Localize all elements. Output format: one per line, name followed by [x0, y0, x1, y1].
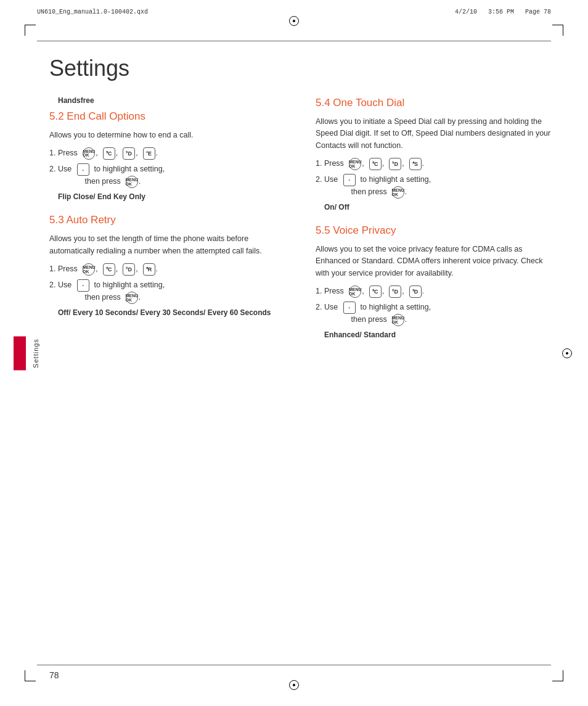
section-5-3-step2: 2. Use · to highlight a setting, then pr… — [49, 279, 285, 304]
corner-mark-bl — [25, 670, 36, 681]
key-5d-icon-5: ⁵D — [409, 285, 422, 298]
key-9c-icon-2: ⁹C — [103, 263, 115, 276]
header-datetime: 4/2/10 3:56 PM Page 78 — [455, 9, 551, 15]
rule-bottom — [37, 665, 551, 665]
right-column: 5.4 One Touch Dial Allows you to initiat… — [316, 96, 551, 657]
section-5-5-title: 5.5 Voice Privacy — [316, 224, 551, 237]
step-number: 1. Press — [49, 147, 80, 159]
ok-icon-3: MENUOK — [392, 186, 404, 199]
step-number: 2. Use — [316, 174, 340, 186]
section-5-2: 5.2 End Call Options Allows you to deter… — [49, 110, 285, 202]
step-text-2: · to highlight a setting, then press MEN… — [76, 279, 285, 304]
step-text-2: · to highlight a setting, then press MEN… — [76, 163, 285, 188]
header-filename: UN610_Eng_manual1.0-100402.qxd — [37, 9, 148, 15]
section-5-3: 5.3 Auto Retry Allows you to set the len… — [49, 213, 285, 318]
nav-icon-4: · — [343, 302, 356, 314]
section-5-4-title: 5.4 One Touch Dial — [316, 96, 551, 110]
section-5-3-step1: 1. Press MENUOK, ⁹C, ⁵D, ⁸R. — [49, 263, 285, 276]
rule-top — [37, 41, 551, 41]
reg-circle-right — [562, 348, 572, 358]
reg-circle-bottom — [289, 680, 299, 690]
section-5-4-step1: 1. Press MENUOK, ⁹C, ⁵D, ⁴S. — [316, 158, 551, 170]
step-buttons: MENUOK, ⁹C, ⁵D, ²E. — [82, 147, 285, 160]
step-text-2: · to highlight a setting, then press MEN… — [343, 302, 551, 326]
key-5d-icon-2: ⁵D — [123, 263, 135, 276]
ok-icon-2: MENUOK — [126, 292, 138, 304]
section-5-4-body: Allows you to initiate a Speed Dial call… — [316, 116, 551, 152]
nav-icon: · — [77, 163, 89, 176]
step-buttons: MENUOK, ⁹C, ⁵D, ⁴S. — [348, 158, 551, 170]
section-5-2-step2: 2. Use · to highlight a setting, then pr… — [49, 163, 285, 188]
step-number: 2. Use — [316, 302, 340, 313]
key-9c-icon: ⁹C — [103, 147, 115, 160]
step-text-2: · to highlight a setting, then press MEN… — [343, 174, 551, 199]
menu-ok-icon-3: MENUOK — [349, 158, 361, 170]
key-5d-icon-4: ⁵D — [389, 285, 401, 298]
menu-ok-icon-4: MENUOK — [349, 285, 361, 298]
corner-mark-tr — [552, 25, 563, 36]
step-number: 1. Press — [316, 158, 346, 170]
key-9c-icon-4: ⁹C — [369, 285, 382, 298]
section-5-2-note: Flip Close/ End Key Only — [58, 192, 285, 202]
corner-mark-br — [552, 670, 563, 681]
section-5-4-note: On/ Off — [324, 202, 551, 213]
section-5-5: 5.5 Voice Privacy Allows you to set the … — [316, 224, 551, 340]
step-number: 2. Use — [49, 279, 74, 291]
key-9c-icon-3: ⁹C — [369, 158, 382, 170]
main-content: Settings Handsfree 5.2 End Call Options … — [49, 49, 551, 657]
step-number: 2. Use — [49, 163, 74, 175]
page-number: 78 — [49, 670, 59, 680]
left-column: Handsfree 5.2 End Call Options Allows yo… — [49, 96, 291, 657]
page-title: Settings — [49, 55, 551, 81]
menu-ok-icon: MENUOK — [83, 147, 95, 160]
key-4s-icon: ⁴S — [409, 158, 422, 170]
section-5-5-step1: 1. Press MENUOK, ⁹C, ⁵D, ⁵D. — [316, 285, 551, 298]
section-5-2-body: Allows you to determine how to end a cal… — [49, 129, 285, 141]
section-5-5-note: Enhanced/ Standard — [324, 330, 551, 340]
section-5-4: 5.4 One Touch Dial Allows you to initiat… — [316, 96, 551, 213]
step-buttons: MENUOK, ⁹C, ⁵D, ⁵D. — [348, 285, 551, 298]
step-number: 1. Press — [49, 263, 80, 275]
columns: Handsfree 5.2 End Call Options Allows yo… — [49, 96, 551, 657]
section-5-3-body: Allows you to set the length of time the… — [49, 233, 285, 257]
sidebar-tab — [14, 336, 26, 370]
key-5d-icon: ⁵D — [123, 147, 135, 160]
section-5-5-body: Allows you to set the voice privacy feat… — [316, 244, 551, 279]
menu-ok-icon-2: MENUOK — [83, 263, 95, 276]
ok-icon-4: MENUOK — [392, 314, 404, 326]
key-2e-icon: ²E — [143, 147, 155, 160]
header-bar: UN610_Eng_manual1.0-100402.qxd 4/2/10 3:… — [37, 9, 551, 15]
section-5-4-step2: 2. Use · to highlight a setting, then pr… — [316, 174, 551, 199]
ok-icon: MENUOK — [126, 176, 138, 188]
corner-mark-tl — [25, 25, 36, 36]
section-5-3-title: 5.3 Auto Retry — [49, 213, 285, 227]
sidebar-label: Settings — [32, 339, 39, 368]
key-5d-icon-3: ⁵D — [389, 158, 401, 170]
reg-circle-top — [289, 16, 299, 26]
section-5-2-title: 5.2 End Call Options — [49, 110, 285, 123]
nav-icon-3: · — [343, 174, 356, 186]
section-5-3-note: Off/ Every 10 Seconds/ Every 30 Seconds/… — [58, 308, 285, 318]
nav-icon-2: · — [77, 279, 89, 292]
step-number: 1. Press — [316, 285, 346, 297]
step-buttons: MENUOK, ⁹C, ⁵D, ⁸R. — [82, 263, 285, 276]
section-5-5-step2: 2. Use · to highlight a setting, then pr… — [316, 302, 551, 326]
handsfree-label: Handsfree — [58, 96, 285, 105]
key-8r-icon: ⁸R — [143, 263, 155, 276]
section-5-2-step1: 1. Press MENUOK, ⁹C, ⁵D, ²E. — [49, 147, 285, 160]
